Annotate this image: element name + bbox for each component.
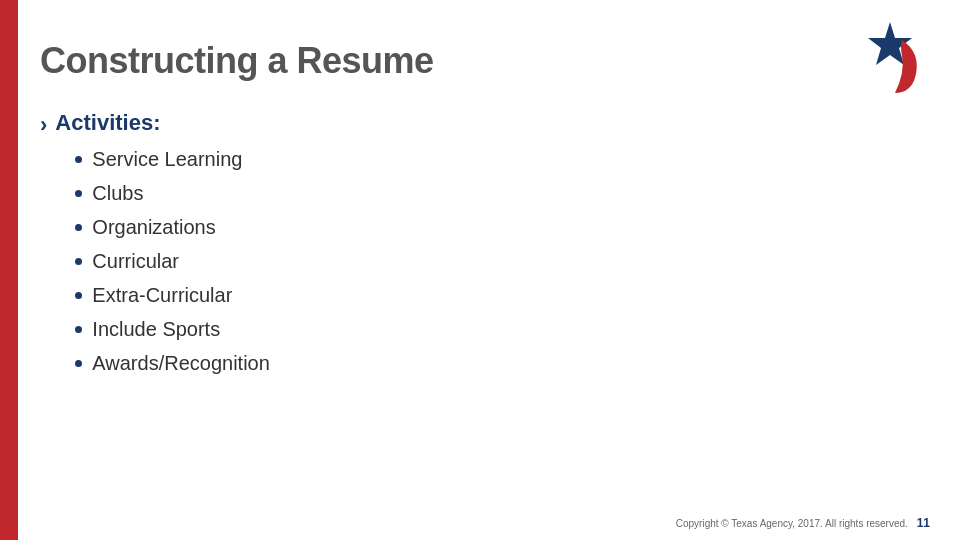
slide-title: Constructing a Resume (40, 40, 920, 82)
bullet-dot-icon (75, 360, 82, 367)
list-item-text: Curricular (92, 244, 179, 278)
page-number: 11 (917, 516, 930, 530)
section-heading: Activities: (55, 110, 270, 136)
bullet-dot-icon (75, 190, 82, 197)
left-accent-bar (0, 0, 18, 540)
list-item: Extra-Curricular (75, 278, 270, 312)
list-item-text: Service Learning (92, 142, 242, 176)
bullet-dot-icon (75, 224, 82, 231)
footer: Copyright © Texas Agency, 2017. All righ… (676, 516, 930, 530)
list-item: Clubs (75, 176, 270, 210)
list-item-text: Awards/Recognition (92, 346, 270, 380)
section-content: Activities: Service LearningClubsOrganiz… (55, 110, 270, 380)
chevron-icon: › (40, 112, 47, 138)
list-item-text: Extra-Curricular (92, 278, 232, 312)
list-item: Service Learning (75, 142, 270, 176)
list-item: Organizations (75, 210, 270, 244)
bullet-dot-icon (75, 326, 82, 333)
list-item-text: Clubs (92, 176, 143, 210)
activities-section: › Activities: Service LearningClubsOrgan… (40, 110, 920, 380)
list-item: Awards/Recognition (75, 346, 270, 380)
list-item-text: Organizations (92, 210, 215, 244)
bullet-list: Service LearningClubsOrganizationsCurric… (75, 142, 270, 380)
main-content: Constructing a Resume › Activities: Serv… (40, 40, 920, 500)
copyright-text: Copyright © Texas Agency, 2017. All righ… (676, 518, 908, 529)
bullet-dot-icon (75, 292, 82, 299)
slide: Constructing a Resume › Activities: Serv… (0, 0, 960, 540)
list-item-text: Include Sports (92, 312, 220, 346)
bullet-dot-icon (75, 258, 82, 265)
bullet-dot-icon (75, 156, 82, 163)
list-item: Curricular (75, 244, 270, 278)
list-item: Include Sports (75, 312, 270, 346)
